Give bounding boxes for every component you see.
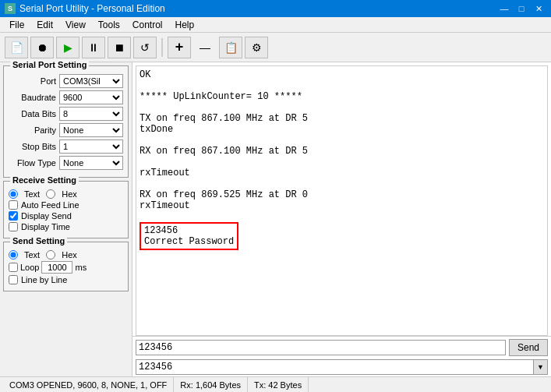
display-time-checkbox[interactable]	[9, 222, 18, 231]
title-bar: S Serial Port Utility - Personal Edition…	[0, 0, 551, 17]
history-input[interactable]	[136, 359, 534, 375]
main-content: Serial Port Setting Port COM3(Sil Baudra…	[0, 62, 551, 376]
menu-help[interactable]: Help	[169, 18, 201, 32]
baudrate-select[interactable]: 9600	[59, 90, 123, 104]
send-input-row: Send	[132, 336, 551, 358]
serial-port-title: Serial Port Setting	[10, 60, 89, 69]
menu-edit[interactable]: Edit	[30, 18, 59, 32]
menu-control[interactable]: Control	[126, 18, 169, 32]
ms-label: ms	[75, 263, 87, 272]
auto-feed-checkbox[interactable]	[9, 200, 18, 210]
output-text: OK ***** UpLinkCounter= 10 ***** TX on f…	[140, 69, 544, 250]
tx-bytes: Tx: 42 Bytes	[248, 377, 309, 392]
toolbar-new-button[interactable]: 📄	[5, 37, 28, 58]
toolbar: 📄 ⏺ ▶ ⏸ ⏹ ↺ + — 📋 ⚙	[0, 33, 551, 62]
dropdown-input-row: ▼	[132, 358, 551, 376]
receive-setting-title: Receive Setting	[10, 175, 79, 185]
toolbar-record-button[interactable]: ⏺	[30, 37, 54, 58]
toolbar-refresh-button[interactable]: ↺	[133, 37, 157, 58]
toolbar-play-button[interactable]: ▶	[56, 37, 79, 58]
line-by-line-checkbox[interactable]	[9, 275, 18, 284]
parity-select[interactable]: None	[59, 123, 123, 137]
stopbits-label: Stop Bits	[9, 142, 59, 151]
menu-file[interactable]: File	[3, 18, 30, 32]
display-send-label: Display Send	[21, 211, 72, 221]
display-time-label: Display Time	[21, 222, 70, 231]
parity-label: Parity	[9, 125, 59, 135]
rx-bytes: Rx: 1,604 Bytes	[174, 377, 248, 392]
databits-select[interactable]: 8	[59, 107, 123, 121]
send-hex-label: Hex	[62, 250, 77, 260]
send-setting-group: Send Setting Text Hex Loop ms Line by Li…	[3, 242, 129, 291]
auto-feed-label: Auto Feed Line	[21, 200, 79, 210]
send-text-input[interactable]	[136, 340, 506, 355]
send-button[interactable]: Send	[509, 339, 548, 356]
toolbar-clipboard-button[interactable]: 📋	[219, 37, 242, 58]
line-by-line-label: Line by Line	[21, 275, 67, 284]
receive-hex-radio[interactable]	[46, 189, 55, 199]
port-select[interactable]: COM3(Sil	[59, 74, 123, 88]
toolbar-stop-button[interactable]: ⏹	[108, 37, 131, 58]
port-status: COM3 OPENED, 9600, 8, NONE, 1, OFF	[3, 377, 174, 392]
menu-bar: File Edit View Tools Control Help	[0, 17, 551, 33]
left-panel: Serial Port Setting Port COM3(Sil Baudra…	[0, 62, 132, 376]
receive-hex-label: Hex	[62, 189, 77, 199]
flowtype-select[interactable]: None	[59, 156, 123, 170]
loop-checkbox[interactable]	[9, 263, 18, 272]
menu-view[interactable]: View	[59, 18, 92, 32]
toolbar-add-button[interactable]: +	[168, 37, 191, 58]
highlighted-output: 123456 Correct Password	[140, 222, 238, 250]
loop-value-input[interactable]	[41, 261, 72, 274]
databits-label: Data Bits	[9, 109, 59, 118]
toolbar-separator1	[161, 38, 163, 57]
send-text-label: Text	[24, 250, 40, 260]
close-button[interactable]: ✕	[531, 2, 546, 15]
flowtype-label: Flow Type	[9, 158, 59, 168]
dropdown-arrow-icon[interactable]: ▼	[534, 359, 548, 375]
send-hex-radio[interactable]	[46, 250, 55, 260]
minimize-button[interactable]: —	[496, 2, 512, 15]
receive-setting-group: Receive Setting Text Hex Auto Feed Line …	[3, 181, 129, 238]
send-setting-title: Send Setting	[10, 236, 67, 245]
baudrate-label: Baudrate	[9, 93, 59, 102]
receive-text-label: Text	[24, 189, 40, 199]
app-icon: S	[5, 3, 16, 14]
port-label: Port	[9, 76, 59, 86]
window-title: Serial Port Utility - Personal Edition	[19, 3, 165, 14]
stopbits-select[interactable]: 1	[59, 139, 123, 154]
loop-label: Loop	[20, 263, 39, 272]
right-panel: OK ***** UpLinkCounter= 10 ***** TX on f…	[132, 62, 551, 376]
toolbar-pause-button[interactable]: ⏸	[82, 37, 105, 58]
status-bar: COM3 OPENED, 9600, 8, NONE, 1, OFF Rx: 1…	[0, 376, 551, 392]
maximize-button[interactable]: □	[514, 2, 529, 15]
toolbar-settings-button[interactable]: ⚙	[245, 37, 268, 58]
receive-text-radio[interactable]	[9, 189, 18, 199]
output-area[interactable]: OK ***** UpLinkCounter= 10 ***** TX on f…	[136, 65, 548, 336]
toolbar-separator-btn: —	[193, 37, 217, 58]
serial-port-group: Serial Port Setting Port COM3(Sil Baudra…	[3, 65, 129, 178]
menu-tools[interactable]: Tools	[92, 18, 126, 32]
send-text-radio[interactable]	[9, 250, 18, 260]
display-send-checkbox[interactable]	[9, 211, 18, 221]
